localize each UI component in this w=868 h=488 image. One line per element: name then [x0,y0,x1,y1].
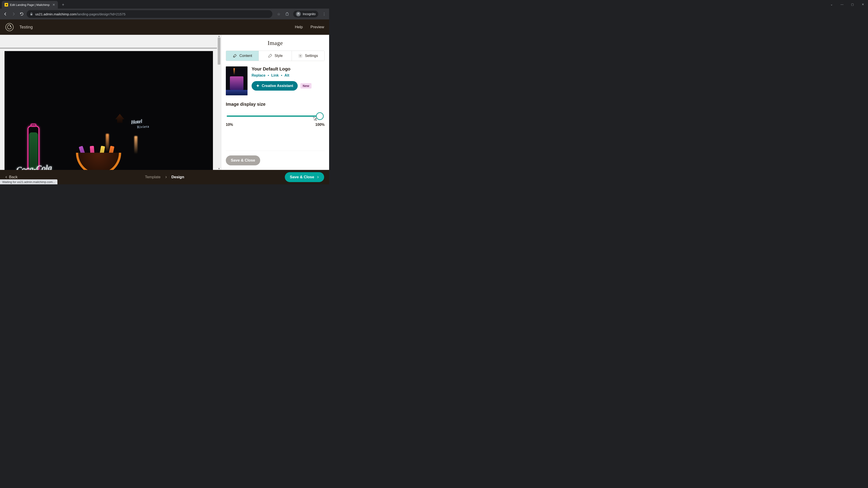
sparkle-icon: ✦ [256,84,259,88]
chevron-left-icon [5,176,8,178]
tab-style[interactable]: Style [259,51,291,61]
image-thumbnail[interactable] [226,66,248,95]
slider-title: Image display size [226,102,324,107]
cola-logo-text: Coca-Cola [16,163,53,170]
separator-dot: • [268,73,269,77]
mailchimp-logo[interactable] [5,23,14,32]
svg-point-1 [6,23,13,31]
svg-rect-0 [286,13,288,15]
browser-menu-icon[interactable]: ⋮ [321,12,327,16]
separator-dot: • [281,73,282,77]
slider-handle[interactable] [316,112,324,120]
editor-canvas[interactable]: Hotel Riviera Coca-Cola ▲ ▼ [0,35,221,170]
image-size-slider[interactable] [227,112,324,121]
brush-icon [268,54,272,58]
slider-min-label: 10% [226,123,233,127]
back-label: Back [9,175,18,180]
sidebar-tabs: Content Style Settings [226,51,324,61]
main-content: Hotel Riviera Coca-Cola ▲ ▼ Image Conten… [0,35,329,170]
chevron-right-icon [316,176,319,178]
url-path: /landing-pages/design?id=21575 [76,12,125,16]
tab-settings-label: Settings [305,54,318,58]
new-badge: New [301,83,311,89]
incognito-indicator[interactable]: Incognito [293,11,318,18]
extensions-icon[interactable] [285,12,290,16]
scroll-down-icon[interactable]: ▼ [217,167,221,170]
link-link[interactable]: Link [271,73,279,77]
slider-fill [227,116,317,117]
tab-title: Edit Landing Page | Mailchimp [10,3,51,6]
scroll-up-icon[interactable]: ▲ [217,35,221,37]
tab-strip: ✦ Edit Landing Page | Mailchimp ✕ + ⌄ ― … [0,0,329,8]
replace-link[interactable]: Replace [252,73,266,77]
canvas-scrollbar[interactable]: ▲ ▼ [217,35,221,170]
tab-style-label: Style [275,54,283,58]
back-nav-button[interactable] [2,11,8,17]
lock-icon [30,12,33,15]
gear-icon [298,54,303,58]
status-bar: Waiting for us21.admin.mailchimp.com... [0,180,57,184]
bookmark-icon[interactable]: ☆ [276,12,281,16]
close-tab-icon[interactable]: ✕ [53,3,55,6]
svg-point-2 [10,26,11,27]
preview-link[interactable]: Preview [311,25,324,29]
panel-save-close-button[interactable]: Save & Close [226,156,260,165]
selected-image-block[interactable]: Hotel Riviera Coca-Cola [4,51,213,170]
forward-nav-button[interactable] [10,11,17,17]
edit-icon [232,54,237,58]
chevron-right-icon [164,176,167,178]
crumb-design: Design [171,175,184,180]
slider-max-label: 100% [315,123,324,127]
address-bar: us21.admin.mailchimp.com/landing-pages/d… [0,8,329,20]
neon-sign-subtext: Riviera [137,124,149,129]
bottom-bar: Back Template Design Save & Close Waitin… [0,170,329,184]
creative-assistant-button[interactable]: ✦ Creative Assistant [252,81,298,91]
wizard-breadcrumb: Template Design [145,175,184,180]
tab-content[interactable]: Content [226,51,259,61]
tab-settings[interactable]: Settings [292,51,324,61]
creative-assistant-label: Creative Assistant [262,84,293,88]
url-host: us21.admin.mailchimp.com [35,12,76,16]
incognito-icon [296,11,301,17]
new-tab-button[interactable]: + [60,1,66,8]
reload-button[interactable] [19,11,25,17]
document-title[interactable]: Testing [20,25,33,30]
scrollbar-thumb[interactable] [218,37,220,65]
back-button[interactable]: Back [5,175,18,180]
neon-sign-text: Hotel [131,119,143,125]
alt-link[interactable]: Alt [284,73,289,77]
image-name: Your Default Logo [252,66,324,72]
mailchimp-favicon: ✦ [4,3,8,6]
url-input[interactable]: us21.admin.mailchimp.com/landing-pages/d… [27,10,272,18]
panel-title: Image [226,40,324,46]
svg-point-3 [300,55,301,57]
save-close-label: Save & Close [290,175,314,180]
crumb-template[interactable]: Template [145,175,160,180]
help-link[interactable]: Help [295,25,303,29]
app-header: Testing Help Preview [0,20,329,35]
incognito-label: Incognito [303,12,315,16]
properties-sidebar: Image Content Style Settings [221,35,329,170]
tab-content-label: Content [239,54,252,58]
save-close-button[interactable]: Save & Close [285,172,324,182]
browser-tab[interactable]: ✦ Edit Landing Page | Mailchimp ✕ [2,1,58,8]
